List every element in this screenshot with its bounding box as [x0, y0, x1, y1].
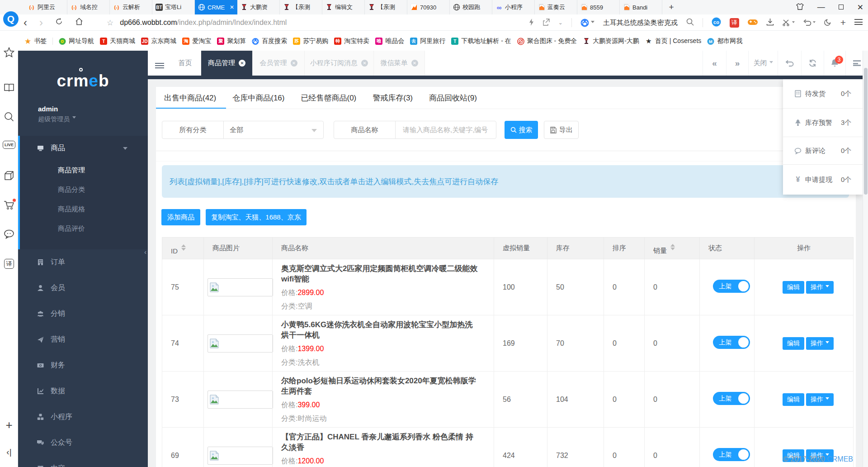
virtual-sales-cell[interactable]: 424 [494, 428, 547, 467]
tab-close-icon[interactable]: ✕ [291, 60, 297, 67]
next-tab-icon[interactable]: » [726, 51, 748, 76]
bookmark-item[interactable]: M都市网我 [707, 37, 742, 45]
sort-cell[interactable]: 0 [604, 315, 645, 372]
bookmarks-star[interactable]: ★书签 [24, 37, 47, 46]
bookmark-item[interactable]: 聚合图床 - 免费全 [517, 37, 577, 45]
copy-product-button[interactable]: 复制淘宝、天猫、1688、京东 [206, 209, 307, 225]
cart-icon[interactable] [0, 200, 18, 210]
plus-icon[interactable]: + [0, 418, 18, 432]
notification-item-待发货[interactable]: 待发货0个 [783, 79, 863, 109]
undo-history-icon[interactable] [803, 19, 816, 26]
skin-icon[interactable] [796, 3, 804, 11]
sidebar-item-公众号[interactable]: 公众号 [18, 430, 148, 456]
product-image[interactable] [208, 447, 273, 465]
product-image[interactable] [208, 278, 273, 296]
browser-tab[interactable]: (-)域名控 [67, 0, 110, 14]
search-go-icon[interactable] [686, 18, 694, 27]
browser-tab[interactable]: 校园跑 [450, 0, 492, 14]
sort-cell[interactable]: 0 [604, 259, 645, 315]
sidebar-item-分销[interactable]: 分销 [18, 301, 148, 327]
product-image[interactable] [208, 334, 273, 353]
product-name-filter[interactable]: 商品名称 请输入商品名称,关键字,编号 [334, 121, 496, 139]
sidebar-item-内容[interactable]: 内容 [18, 456, 148, 467]
browser-tab[interactable]: 编辑文 [322, 0, 365, 14]
menu-toggle-icon[interactable] [155, 63, 164, 68]
tab-close-icon[interactable]: ✕ [411, 60, 418, 67]
tab-close-icon[interactable]: ✕ [230, 4, 234, 10]
product-tab-5[interactable]: 商品回收站(9) [429, 93, 477, 103]
product-tab-4[interactable]: 警戒库存(3) [373, 93, 413, 103]
browser-tab[interactable]: CRME✕ [195, 0, 237, 14]
browser-tab[interactable]: 蓝奏云 [535, 0, 577, 14]
product-tab-1[interactable]: 出售中商品(42) [164, 93, 216, 103]
stock-cell[interactable]: 70 [547, 315, 604, 372]
browser-tab[interactable]: 【亲测 [365, 0, 407, 14]
browser-tab[interactable]: 【亲测 [280, 0, 322, 14]
edit-button[interactable]: 编辑 [783, 337, 804, 350]
add-product-button[interactable]: 添加商品 [161, 209, 200, 225]
browser-tab[interactable]: (-)阿里云 [25, 0, 67, 14]
browser-tab[interactable]: BT宝塔Li [152, 0, 195, 14]
bookmark-item[interactable]: 去阿里旅行 [410, 37, 445, 45]
browser-tab[interactable]: Bandi [620, 0, 662, 14]
refresh-icon[interactable] [801, 51, 824, 76]
scrollbar-thumb[interactable] [864, 68, 868, 195]
browser-tab[interactable]: 70930 [407, 0, 450, 14]
sidebar-subitem-商品分类[interactable]: 商品分类 [20, 180, 148, 200]
bookmark-item[interactable]: 苏苏宁易购 [293, 37, 328, 45]
export-button[interactable]: 导出 [544, 121, 579, 139]
category-filter-value[interactable]: 全部 [224, 126, 243, 134]
close-menu-dropdown[interactable]: 关闭 [748, 51, 778, 76]
notification-item-申请提现[interactable]: ¥申请提现0个 [783, 165, 863, 195]
bookmark-item[interactable]: ★首页 | Cosersets [645, 37, 701, 45]
bookmark-item[interactable]: 淘爱淘宝 [182, 37, 211, 45]
browser-logo-icon[interactable]: Q [3, 11, 19, 27]
sort-cell[interactable]: 0 [604, 428, 645, 467]
virtual-sales-cell[interactable]: 100 [494, 259, 547, 315]
notification-item-库存预警[interactable]: 库存预警3个 [783, 109, 863, 137]
home-button[interactable] [75, 18, 83, 28]
quick-access-icon[interactable] [529, 19, 534, 27]
admin-tab-小程序订阅消息[interactable]: 小程序订阅消息✕ [305, 51, 374, 76]
prev-tab-icon[interactable]: « [703, 51, 726, 76]
new-tab-button[interactable]: + [662, 0, 680, 14]
baidu-engine-icon[interactable] [580, 19, 594, 27]
admin-tab-会员管理[interactable]: 会员管理✕ [253, 51, 305, 76]
sidebar-collapse-icon[interactable]: ‹ [144, 248, 146, 256]
product-tab-2[interactable]: 仓库中商品(16) [232, 93, 284, 103]
search-icon[interactable] [0, 112, 18, 122]
live-icon[interactable]: LIVE [0, 141, 18, 149]
product-title[interactable]: 小黄鸭5.6KG迷你洗衣机全自动家用波轮宝宝小型加热洗烘干一体机 [281, 319, 487, 340]
stock-cell[interactable]: 50 [547, 259, 604, 315]
edit-button[interactable]: 编辑 [783, 393, 804, 406]
sort-icon[interactable] [181, 242, 186, 253]
sort-cell[interactable]: 0 [604, 372, 645, 428]
category-filter[interactable]: 所有分类 全部 [162, 121, 324, 139]
user-name[interactable]: admin [38, 105, 58, 113]
stock-cell[interactable]: 732 [547, 428, 604, 467]
user-role[interactable]: 超级管理员 [38, 115, 76, 124]
search-button[interactable]: 搜索 [505, 121, 538, 139]
chat-icon[interactable] [0, 229, 18, 239]
bookmark-item[interactable]: 百度搜索 [252, 37, 287, 45]
add-icon[interactable]: + [840, 17, 846, 28]
edit-button[interactable]: 编辑 [783, 281, 804, 294]
bookmark-item[interactable]: 唯唯品会 [375, 37, 404, 45]
expand-caret-icon[interactable]: ⌄ [558, 19, 563, 26]
collapse-icon[interactable]: ‹| [0, 447, 18, 457]
product-title[interactable]: 【官方正品】CHANEL 香奈儿邂逅系列香水 粉色柔情 持久淡香 [281, 432, 487, 453]
column-header-ID[interactable]: ID [162, 238, 204, 259]
bookmark-item[interactable]: T下载地址解析 - 在 [451, 37, 511, 45]
sidebar-item-营销[interactable]: 营销 [18, 327, 148, 353]
browser-menu-icon[interactable] [854, 19, 863, 26]
product-image[interactable] [208, 391, 273, 409]
close-button[interactable]: ✕ [857, 3, 863, 12]
sidebar-item-小程序[interactable]: 小程序 [18, 404, 148, 430]
product-title[interactable]: 奥克斯空调立式大2匹家用定频圆筒柜机空调冷暖二级能效wifi智能 [281, 263, 487, 284]
scrollbar[interactable] [863, 51, 868, 467]
screenshot-scissors-icon[interactable] [783, 19, 795, 26]
bookmark-item[interactable]: 大鹏资源网-大鹏 [583, 37, 639, 45]
action-dropdown-button[interactable]: 操作 [806, 393, 834, 406]
sidebar-subitem-商品管理[interactable]: 商品管理 [20, 161, 148, 180]
product-tab-3[interactable]: 已经售罄商品(0) [301, 93, 356, 103]
